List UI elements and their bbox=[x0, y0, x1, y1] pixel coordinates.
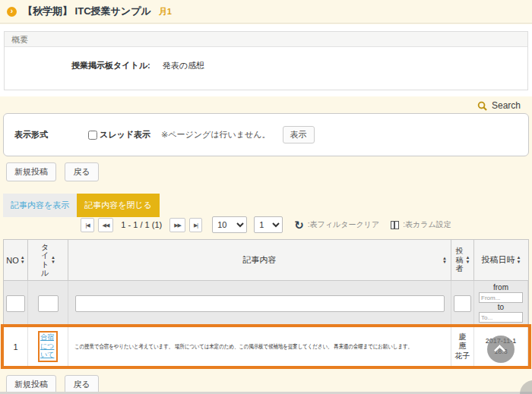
header-poster[interactable]: 投稿者 ▲▼ bbox=[451, 240, 474, 280]
column-settings-label[interactable]: :表カラム設定 bbox=[403, 219, 451, 230]
overview-section: 概要 授業掲示板タイトル: 発表の感想 bbox=[0, 24, 532, 96]
new-post-button[interactable]: 新規投稿 bbox=[6, 162, 56, 181]
filter-date-to-input[interactable] bbox=[479, 312, 523, 323]
search-toggle[interactable]: Search bbox=[477, 100, 521, 111]
filter-clear-label[interactable]: :表フィルタークリア bbox=[308, 219, 379, 230]
sort-icon[interactable]: ▲▼ bbox=[517, 256, 521, 263]
overview-panel: 概要 授業掲示板タイトル: 発表の感想 bbox=[4, 31, 528, 90]
page-size-select[interactable]: 10 bbox=[212, 216, 247, 233]
header-content[interactable]: 記事内容 ▲▼ bbox=[68, 240, 451, 280]
table-filter-row: from to bbox=[4, 281, 528, 327]
display-button[interactable]: 表示 bbox=[283, 126, 315, 143]
board-title-label: 授業掲示板タイトル: bbox=[71, 60, 150, 71]
board-title-value: 発表の感想 bbox=[163, 60, 204, 71]
course-period-tag: 月1 bbox=[159, 6, 172, 17]
sort-icon[interactable]: ▲▼ bbox=[51, 256, 55, 263]
scroll-to-top-button[interactable] bbox=[487, 336, 515, 363]
thread-view-label: スレッド表示 bbox=[100, 129, 150, 140]
post-title-link[interactable]: 合宿について bbox=[40, 333, 55, 360]
post-author: 慶 應 花子 bbox=[455, 333, 470, 361]
highlight-box: 合宿について bbox=[38, 331, 58, 362]
header-title[interactable]: タイトル ▲▼ bbox=[28, 240, 68, 280]
paging-note: ※ページングは行いません。 bbox=[161, 129, 271, 140]
thread-view-checkbox[interactable] bbox=[88, 131, 97, 140]
arrow-right-icon: › bbox=[7, 7, 17, 17]
last-page-button[interactable]: ▶| bbox=[189, 218, 202, 232]
sort-icon[interactable]: ▲▼ bbox=[442, 256, 447, 263]
page-number-select[interactable]: 1 bbox=[254, 216, 283, 233]
sort-icon[interactable]: ▲▼ bbox=[466, 256, 470, 263]
pagination-bar: |◀ ◀◀ 1 - 1 / 1 (1) ▶▶ ▶| 10 1 ↻ :表フィルター… bbox=[0, 216, 532, 233]
header-no[interactable]: NO ▲▼ bbox=[4, 240, 28, 280]
search-icon bbox=[477, 101, 487, 111]
filter-title-input[interactable] bbox=[38, 295, 59, 312]
overview-panel-title: 概要 bbox=[5, 32, 527, 47]
filter-content-input[interactable] bbox=[75, 295, 445, 312]
prev-page-button[interactable]: ◀◀ bbox=[98, 218, 114, 232]
filter-date-from-input[interactable] bbox=[479, 292, 523, 303]
posts-table: NO ▲▼ タイトル ▲▼ 記事内容 ▲▼ 投稿者 ▲▼ 投稿日時 ▲▼ bbox=[3, 239, 529, 367]
display-format-panel: 表示形式 スレッド表示 ※ページングは行いません。 表示 bbox=[3, 113, 529, 156]
chevron-up-icon bbox=[494, 345, 506, 357]
page-title: 【秋学期】 ITC授業サンプル bbox=[23, 5, 151, 18]
post-content: この授業で合宿をやりたいと考えています。 場所については未定のため、この掲示板で… bbox=[74, 342, 413, 351]
next-page-button[interactable]: ▶▶ bbox=[169, 218, 185, 232]
date-to-label: to bbox=[498, 303, 504, 312]
filter-no-input[interactable] bbox=[6, 295, 25, 312]
filter-clear-icon[interactable]: ↻ bbox=[294, 219, 304, 231]
back-button[interactable]: 戻る bbox=[65, 162, 98, 181]
table-header-row: NO ▲▼ タイトル ▲▼ 記事内容 ▲▼ 投稿者 ▲▼ 投稿日時 ▲▼ bbox=[4, 240, 528, 281]
search-label: Search bbox=[492, 100, 521, 111]
date-from-label: from bbox=[493, 283, 508, 292]
tab-close-content[interactable]: 記事内容を閉じる bbox=[77, 194, 160, 217]
first-page-button[interactable]: |◀ bbox=[81, 218, 93, 232]
tab-show-content[interactable]: 記事内容を表示 bbox=[3, 194, 77, 217]
filter-poster-input[interactable] bbox=[454, 295, 471, 312]
top-actions: 新規投稿 戻る bbox=[6, 162, 99, 181]
display-format-label: 表示形式 bbox=[14, 129, 88, 140]
corner-circle-decoration bbox=[520, 380, 532, 394]
sort-icon[interactable]: ▲▼ bbox=[21, 256, 25, 263]
breadcrumb: › 【秋学期】 ITC授業サンプル 月1 bbox=[0, 0, 532, 24]
article-content-tabs: 記事内容を表示 記事内容を閉じる bbox=[3, 194, 160, 217]
header-date[interactable]: 投稿日時 ▲▼ bbox=[474, 240, 528, 280]
page: › 【秋学期】 ITC授業サンプル 月1 概要 授業掲示板タイトル: 発表の感想… bbox=[0, 0, 532, 394]
row-no: 1 bbox=[13, 342, 17, 351]
table-row-highlighted: 1 合宿について この授業で合宿をやりたいと考えています。 場所については未定の… bbox=[4, 327, 528, 366]
pagination-info: 1 - 1 / 1 (1) bbox=[121, 220, 162, 229]
column-settings-icon[interactable] bbox=[391, 221, 399, 229]
